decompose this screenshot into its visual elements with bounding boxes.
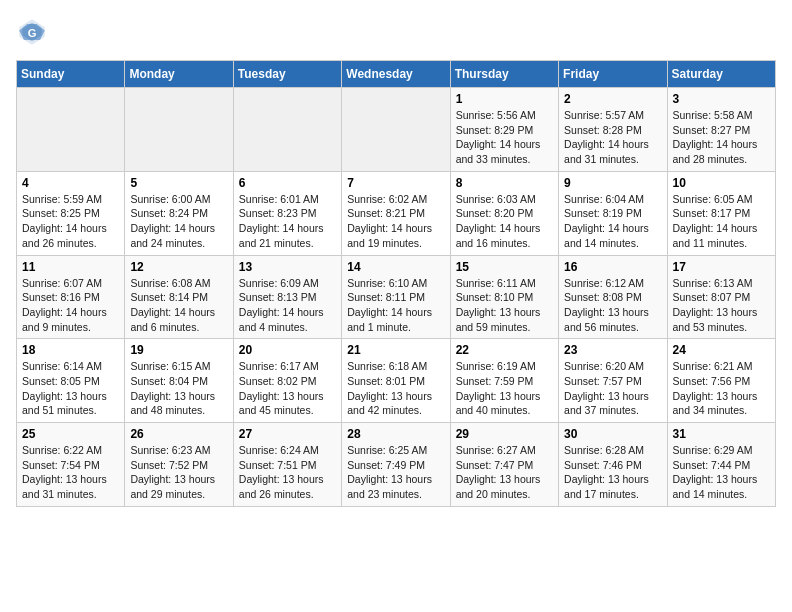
day-info: Sunrise: 5:58 AM Sunset: 8:27 PM Dayligh… [673, 108, 770, 167]
day-number: 21 [347, 343, 444, 357]
calendar-cell: 20Sunrise: 6:17 AM Sunset: 8:02 PM Dayli… [233, 339, 341, 423]
day-info: Sunrise: 6:03 AM Sunset: 8:20 PM Dayligh… [456, 192, 553, 251]
calendar-cell: 8Sunrise: 6:03 AM Sunset: 8:20 PM Daylig… [450, 171, 558, 255]
day-info: Sunrise: 6:21 AM Sunset: 7:56 PM Dayligh… [673, 359, 770, 418]
day-info: Sunrise: 5:57 AM Sunset: 8:28 PM Dayligh… [564, 108, 661, 167]
day-header-saturday: Saturday [667, 61, 775, 88]
calendar-cell: 4Sunrise: 5:59 AM Sunset: 8:25 PM Daylig… [17, 171, 125, 255]
day-info: Sunrise: 6:27 AM Sunset: 7:47 PM Dayligh… [456, 443, 553, 502]
day-number: 2 [564, 92, 661, 106]
calendar-cell: 11Sunrise: 6:07 AM Sunset: 8:16 PM Dayli… [17, 255, 125, 339]
day-number: 19 [130, 343, 227, 357]
day-number: 9 [564, 176, 661, 190]
calendar-cell: 24Sunrise: 6:21 AM Sunset: 7:56 PM Dayli… [667, 339, 775, 423]
calendar-cell: 21Sunrise: 6:18 AM Sunset: 8:01 PM Dayli… [342, 339, 450, 423]
calendar-cell: 23Sunrise: 6:20 AM Sunset: 7:57 PM Dayli… [559, 339, 667, 423]
day-info: Sunrise: 5:59 AM Sunset: 8:25 PM Dayligh… [22, 192, 119, 251]
day-info: Sunrise: 6:14 AM Sunset: 8:05 PM Dayligh… [22, 359, 119, 418]
day-number: 20 [239, 343, 336, 357]
calendar-cell: 25Sunrise: 6:22 AM Sunset: 7:54 PM Dayli… [17, 423, 125, 507]
day-number: 28 [347, 427, 444, 441]
day-info: Sunrise: 6:07 AM Sunset: 8:16 PM Dayligh… [22, 276, 119, 335]
day-header-friday: Friday [559, 61, 667, 88]
calendar-cell [342, 88, 450, 172]
calendar-cell: 26Sunrise: 6:23 AM Sunset: 7:52 PM Dayli… [125, 423, 233, 507]
day-info: Sunrise: 6:25 AM Sunset: 7:49 PM Dayligh… [347, 443, 444, 502]
day-number: 30 [564, 427, 661, 441]
day-number: 1 [456, 92, 553, 106]
svg-text:G: G [28, 27, 37, 39]
day-info: Sunrise: 6:29 AM Sunset: 7:44 PM Dayligh… [673, 443, 770, 502]
day-header-sunday: Sunday [17, 61, 125, 88]
calendar-week-row: 25Sunrise: 6:22 AM Sunset: 7:54 PM Dayli… [17, 423, 776, 507]
logo-icon: G [16, 16, 48, 48]
day-info: Sunrise: 6:11 AM Sunset: 8:10 PM Dayligh… [456, 276, 553, 335]
day-number: 27 [239, 427, 336, 441]
day-number: 29 [456, 427, 553, 441]
day-header-thursday: Thursday [450, 61, 558, 88]
day-info: Sunrise: 6:10 AM Sunset: 8:11 PM Dayligh… [347, 276, 444, 335]
calendar-cell: 6Sunrise: 6:01 AM Sunset: 8:23 PM Daylig… [233, 171, 341, 255]
day-header-tuesday: Tuesday [233, 61, 341, 88]
calendar-cell: 15Sunrise: 6:11 AM Sunset: 8:10 PM Dayli… [450, 255, 558, 339]
day-number: 8 [456, 176, 553, 190]
calendar-cell: 7Sunrise: 6:02 AM Sunset: 8:21 PM Daylig… [342, 171, 450, 255]
day-number: 6 [239, 176, 336, 190]
day-number: 18 [22, 343, 119, 357]
day-number: 3 [673, 92, 770, 106]
day-info: Sunrise: 6:24 AM Sunset: 7:51 PM Dayligh… [239, 443, 336, 502]
day-number: 31 [673, 427, 770, 441]
calendar-header-row: SundayMondayTuesdayWednesdayThursdayFrid… [17, 61, 776, 88]
calendar-table: SundayMondayTuesdayWednesdayThursdayFrid… [16, 60, 776, 507]
calendar-week-row: 1Sunrise: 5:56 AM Sunset: 8:29 PM Daylig… [17, 88, 776, 172]
day-number: 26 [130, 427, 227, 441]
day-info: Sunrise: 6:00 AM Sunset: 8:24 PM Dayligh… [130, 192, 227, 251]
calendar-cell: 12Sunrise: 6:08 AM Sunset: 8:14 PM Dayli… [125, 255, 233, 339]
day-number: 12 [130, 260, 227, 274]
day-number: 4 [22, 176, 119, 190]
logo: G [16, 16, 52, 48]
day-number: 14 [347, 260, 444, 274]
day-info: Sunrise: 5:56 AM Sunset: 8:29 PM Dayligh… [456, 108, 553, 167]
day-number: 15 [456, 260, 553, 274]
day-info: Sunrise: 6:09 AM Sunset: 8:13 PM Dayligh… [239, 276, 336, 335]
day-info: Sunrise: 6:15 AM Sunset: 8:04 PM Dayligh… [130, 359, 227, 418]
calendar-cell: 30Sunrise: 6:28 AM Sunset: 7:46 PM Dayli… [559, 423, 667, 507]
calendar-cell: 28Sunrise: 6:25 AM Sunset: 7:49 PM Dayli… [342, 423, 450, 507]
calendar-cell: 27Sunrise: 6:24 AM Sunset: 7:51 PM Dayli… [233, 423, 341, 507]
calendar-cell: 18Sunrise: 6:14 AM Sunset: 8:05 PM Dayli… [17, 339, 125, 423]
day-number: 23 [564, 343, 661, 357]
day-number: 25 [22, 427, 119, 441]
day-info: Sunrise: 6:04 AM Sunset: 8:19 PM Dayligh… [564, 192, 661, 251]
calendar-cell: 3Sunrise: 5:58 AM Sunset: 8:27 PM Daylig… [667, 88, 775, 172]
calendar-cell: 31Sunrise: 6:29 AM Sunset: 7:44 PM Dayli… [667, 423, 775, 507]
calendar-week-row: 11Sunrise: 6:07 AM Sunset: 8:16 PM Dayli… [17, 255, 776, 339]
calendar-cell [233, 88, 341, 172]
day-number: 24 [673, 343, 770, 357]
day-number: 7 [347, 176, 444, 190]
day-info: Sunrise: 6:05 AM Sunset: 8:17 PM Dayligh… [673, 192, 770, 251]
day-number: 10 [673, 176, 770, 190]
day-info: Sunrise: 6:02 AM Sunset: 8:21 PM Dayligh… [347, 192, 444, 251]
day-info: Sunrise: 6:13 AM Sunset: 8:07 PM Dayligh… [673, 276, 770, 335]
day-number: 13 [239, 260, 336, 274]
calendar-cell: 5Sunrise: 6:00 AM Sunset: 8:24 PM Daylig… [125, 171, 233, 255]
day-info: Sunrise: 6:20 AM Sunset: 7:57 PM Dayligh… [564, 359, 661, 418]
day-number: 17 [673, 260, 770, 274]
calendar-week-row: 4Sunrise: 5:59 AM Sunset: 8:25 PM Daylig… [17, 171, 776, 255]
day-info: Sunrise: 6:22 AM Sunset: 7:54 PM Dayligh… [22, 443, 119, 502]
day-info: Sunrise: 6:23 AM Sunset: 7:52 PM Dayligh… [130, 443, 227, 502]
day-info: Sunrise: 6:19 AM Sunset: 7:59 PM Dayligh… [456, 359, 553, 418]
day-number: 5 [130, 176, 227, 190]
calendar-cell: 9Sunrise: 6:04 AM Sunset: 8:19 PM Daylig… [559, 171, 667, 255]
calendar-week-row: 18Sunrise: 6:14 AM Sunset: 8:05 PM Dayli… [17, 339, 776, 423]
calendar-cell: 2Sunrise: 5:57 AM Sunset: 8:28 PM Daylig… [559, 88, 667, 172]
calendar-cell: 16Sunrise: 6:12 AM Sunset: 8:08 PM Dayli… [559, 255, 667, 339]
day-number: 16 [564, 260, 661, 274]
calendar-cell: 22Sunrise: 6:19 AM Sunset: 7:59 PM Dayli… [450, 339, 558, 423]
calendar-cell [125, 88, 233, 172]
day-number: 22 [456, 343, 553, 357]
day-header-wednesday: Wednesday [342, 61, 450, 88]
day-info: Sunrise: 6:18 AM Sunset: 8:01 PM Dayligh… [347, 359, 444, 418]
calendar-cell: 29Sunrise: 6:27 AM Sunset: 7:47 PM Dayli… [450, 423, 558, 507]
